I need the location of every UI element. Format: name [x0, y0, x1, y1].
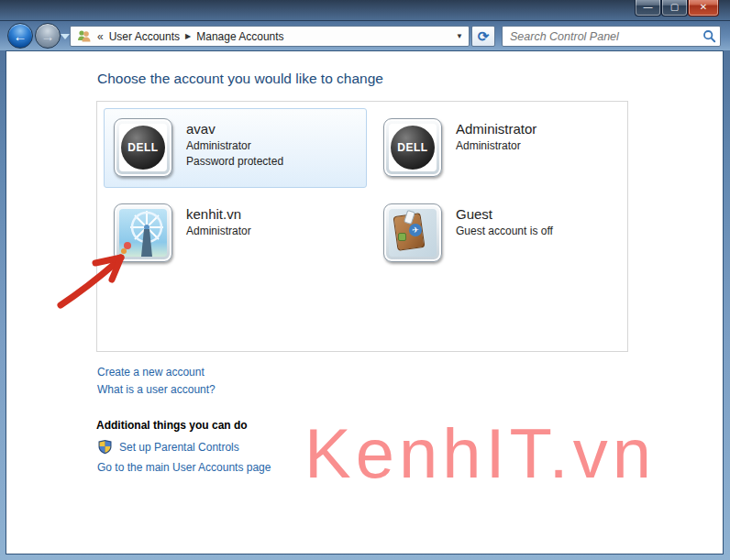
dell-logo-text: DELL — [127, 141, 158, 154]
refresh-icon: ⟳ — [478, 28, 490, 45]
account-tile-kenhit-vn[interactable]: kenhit.vn Administrator — [104, 193, 367, 273]
dell-logo-icon: DELL — [389, 124, 437, 171]
account-info: avav Administrator Password protected — [186, 118, 283, 178]
close-icon: ✕ — [700, 3, 707, 12]
what-is-user-account-link[interactable]: What is a user account? — [97, 383, 216, 396]
additional-things-heading: Additional things you can do — [96, 419, 248, 432]
manage-accounts-window: — ▢ ✕ ← → « User Accounts ▶ Manage Accou… — [0, 0, 730, 560]
back-button[interactable]: ← — [7, 23, 33, 49]
go-to-main-user-accounts-link[interactable]: Go to the main User Accounts page — [97, 461, 271, 474]
dell-logo-icon: DELL — [119, 124, 167, 171]
window-controls: — ▢ ✕ — [635, 0, 719, 16]
account-picture-frame: DELL — [383, 118, 442, 177]
breadcrumb-overflow-chevron[interactable]: « — [97, 30, 104, 43]
maximize-button[interactable]: ▢ — [661, 0, 688, 16]
page-title: Choose the account you would like to cha… — [97, 71, 383, 87]
breadcrumb-separator-icon[interactable]: ▶ — [185, 32, 191, 40]
parental-controls-label: Set up Parental Controls — [119, 441, 239, 454]
accounts-list-box: DELL avav Administrator Password protect… — [96, 101, 628, 352]
account-name: Guest — [456, 206, 553, 224]
back-arrow-icon: ← — [14, 29, 28, 43]
forward-arrow-icon: → — [41, 29, 55, 43]
breadcrumb-dropdown-icon[interactable]: ▼ — [456, 32, 463, 40]
search-box — [502, 26, 721, 47]
minimize-button[interactable]: — — [635, 0, 661, 16]
search-input[interactable] — [510, 30, 702, 43]
forward-button[interactable]: → — [35, 23, 61, 49]
navigation-bar: ← → « User Accounts ▶ Manage Accounts ▼ … — [0, 20, 730, 50]
refresh-button[interactable]: ⟳ — [471, 26, 495, 47]
content-area: Choose the account you would like to cha… — [6, 50, 724, 555]
maximize-icon: ▢ — [670, 3, 679, 12]
account-info: Administrator Administrator — [456, 118, 536, 178]
ferris-wheel-icon — [119, 209, 167, 257]
dell-logo-text: DELL — [397, 141, 427, 154]
account-tile-guest[interactable]: ✈ Guest Guest account is off — [373, 193, 621, 273]
account-role: Administrator — [456, 138, 536, 154]
account-info: kenhit.vn Administrator — [186, 203, 251, 263]
breadcrumb-item-manage-accounts[interactable]: Manage Accounts — [196, 30, 283, 43]
title-bar: — ▢ ✕ — [0, 0, 730, 20]
search-icon[interactable] — [702, 29, 716, 43]
close-button[interactable]: ✕ — [688, 0, 719, 16]
minimize-icon: — — [644, 3, 653, 12]
account-info: Guest Guest account is off — [456, 203, 553, 263]
account-status: Guest account is off — [456, 224, 553, 239]
account-role: Administrator — [186, 138, 283, 154]
account-name: kenhit.vn — [186, 206, 251, 224]
account-name: avav — [186, 121, 283, 138]
account-picture-frame: DELL — [114, 118, 172, 177]
setup-parental-controls-link[interactable]: Set up Parental Controls — [97, 439, 239, 455]
account-tile-avav[interactable]: DELL avav Administrator Password protect… — [104, 108, 367, 188]
account-name: Administrator — [456, 121, 536, 138]
breadcrumb-item-user-accounts[interactable]: User Accounts — [109, 30, 180, 43]
plane-sticker-icon: ✈ — [409, 224, 422, 236]
suitcase-icon: ✈ — [389, 209, 437, 257]
account-picture-frame — [114, 203, 172, 262]
uac-shield-icon — [97, 439, 113, 455]
account-picture-frame: ✈ — [383, 203, 442, 262]
account-status: Password protected — [186, 154, 283, 170]
create-new-account-link[interactable]: Create a new account — [97, 366, 205, 379]
account-role: Administrator — [186, 224, 251, 239]
kenhit-watermark: KenhIT.vn — [304, 413, 656, 493]
user-accounts-icon — [76, 29, 92, 43]
account-tile-administrator[interactable]: DELL Administrator Administrator — [373, 108, 621, 188]
breadcrumb[interactable]: « User Accounts ▶ Manage Accounts ▼ — [70, 26, 470, 47]
recent-pages-dropdown-icon[interactable] — [61, 34, 70, 39]
